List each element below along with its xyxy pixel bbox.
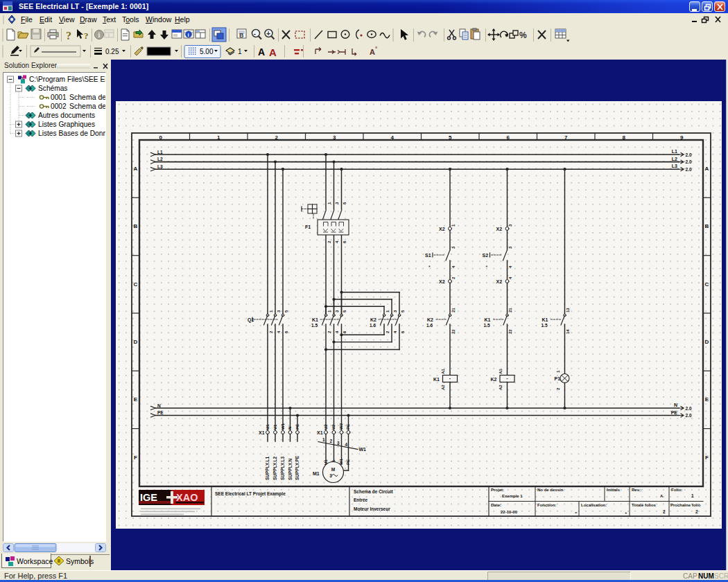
svg-text:W1: W1 (359, 447, 367, 452)
svg-text:L2: L2 (157, 157, 163, 161)
svg-text:2: 2 (695, 509, 698, 514)
svg-text:N: N (288, 427, 292, 430)
svg-text:SEE Electrical LT Projet Examp: SEE Electrical LT Projet Example (215, 491, 286, 497)
svg-text:F: F (134, 455, 137, 461)
svg-text:?: ? (66, 30, 71, 42)
svg-text:2.0: 2.0 (686, 413, 692, 418)
svg-text:22: 22 (508, 329, 512, 334)
svg-text:Fonction:: Fonction: (537, 503, 556, 507)
svg-text:PE: PE (346, 424, 350, 430)
svg-text:B: B (239, 32, 244, 39)
svg-text:2: 2 (275, 134, 278, 141)
svg-text:Moteur Inverseur: Moteur Inverseur (354, 506, 390, 511)
svg-text:Listes Graphiques: Listes Graphiques (38, 121, 95, 128)
svg-text:W2: W2 (339, 423, 343, 430)
svg-text:PE: PE (671, 410, 678, 415)
svg-text:A: A (660, 494, 664, 498)
svg-text:1.6: 1.6 (426, 323, 433, 328)
svg-text:PE: PE (295, 424, 300, 430)
svg-text:A2: A2 (499, 385, 503, 390)
svg-text:N: N (674, 403, 677, 407)
svg-text:X1: X1 (259, 430, 265, 435)
svg-text:K2: K2 (491, 377, 497, 382)
svg-text:Schema de C: Schema de C (69, 102, 105, 110)
svg-text:0: 0 (159, 134, 162, 141)
svg-text:F1: F1 (305, 224, 311, 229)
svg-text:7: 7 (564, 134, 568, 141)
svg-text:PE: PE (157, 410, 164, 415)
svg-text:Initials: Initials (607, 488, 621, 492)
svg-text:?: ? (84, 30, 89, 41)
svg-text:C: C (705, 281, 709, 288)
svg-text:21: 21 (508, 308, 512, 312)
svg-text:0.25: 0.25 (105, 48, 119, 55)
svg-text:0001: 0001 (51, 94, 67, 101)
svg-text:Localisation:: Localisation: (581, 503, 607, 507)
svg-text:Totale folios: Totale folios (632, 503, 657, 507)
svg-text:V1: V1 (273, 424, 277, 430)
svg-text:13: 13 (566, 308, 570, 312)
svg-text:Schémas: Schémas (38, 85, 67, 92)
svg-text:A1: A1 (441, 369, 445, 374)
svg-text:Autres documents: Autres documents (38, 112, 95, 119)
svg-text:X2: X2 (439, 227, 445, 231)
svg-text:2: 2 (663, 509, 666, 514)
svg-text:L1: L1 (157, 150, 163, 155)
svg-text:F: F (705, 455, 709, 461)
svg-text:L3: L3 (157, 164, 163, 169)
svg-text:14: 14 (566, 329, 570, 334)
svg-text:4: 4 (390, 134, 394, 141)
svg-text:A: A (134, 166, 138, 172)
svg-text:X2: X2 (496, 227, 503, 231)
svg-text:-: - (254, 29, 257, 37)
svg-text:L2: L2 (672, 157, 677, 161)
svg-text:E: E (134, 396, 138, 403)
svg-text:U1: U1 (266, 424, 270, 430)
svg-text:K2: K2 (427, 317, 433, 322)
svg-text:Schema de C: Schema de C (69, 93, 105, 101)
svg-text:A2: A2 (441, 385, 445, 390)
svg-text:6: 6 (506, 134, 510, 141)
svg-text:V2: V2 (331, 424, 336, 430)
svg-text:Date:: Date: (491, 503, 501, 507)
svg-text:K1: K1 (542, 317, 548, 322)
svg-text:C:\Program Files\SEE Elect: C:\Program Files\SEE Elect (29, 76, 105, 83)
svg-text:X1: X1 (317, 430, 323, 435)
svg-text:Folio:: Folio: (671, 488, 682, 492)
svg-text:P1: P1 (555, 376, 561, 381)
svg-text:A: A (705, 166, 709, 172)
svg-text:22: 22 (451, 329, 456, 334)
svg-text:Rev.:: Rev.: (632, 488, 641, 492)
svg-text:1: 1 (238, 48, 242, 55)
svg-text:9: 9 (680, 134, 684, 141)
svg-text:+: + (625, 511, 627, 515)
svg-text:1: 1 (691, 493, 694, 498)
svg-text:4: 4 (345, 442, 348, 447)
svg-text:SUPPLY.N: SUPPLY.N (288, 459, 293, 480)
svg-text:i: i (98, 31, 101, 39)
svg-text:21: 21 (451, 308, 456, 312)
svg-text:i: i (188, 32, 189, 38)
svg-text:1.5: 1.5 (484, 323, 490, 328)
svg-text:2.0: 2.0 (686, 152, 692, 157)
svg-text:A: A (258, 46, 265, 58)
svg-text:L3: L3 (672, 164, 677, 168)
svg-text:SUPPLY.PE: SUPPLY.PE (295, 455, 300, 480)
svg-text:°: ° (375, 46, 377, 52)
svg-text:IGE: IGE (140, 492, 157, 503)
svg-text:*: * (486, 265, 488, 270)
svg-text:1.5: 1.5 (541, 323, 548, 328)
svg-text:B: B (705, 223, 709, 229)
svg-text:1.5: 1.5 (311, 323, 318, 328)
svg-text:2.0: 2.0 (686, 159, 692, 164)
svg-text:3: 3 (337, 441, 340, 446)
svg-text:M1: M1 (313, 471, 320, 476)
svg-text:K1: K1 (485, 317, 491, 322)
svg-text:K1: K1 (312, 317, 318, 322)
svg-text:K2: K2 (370, 317, 376, 322)
svg-text:X2: X2 (496, 279, 503, 284)
svg-text:PE: PE (346, 459, 350, 465)
svg-text:K1: K1 (433, 377, 440, 382)
svg-text:5.00: 5.00 (200, 48, 214, 55)
svg-text:2.0: 2.0 (686, 406, 692, 411)
